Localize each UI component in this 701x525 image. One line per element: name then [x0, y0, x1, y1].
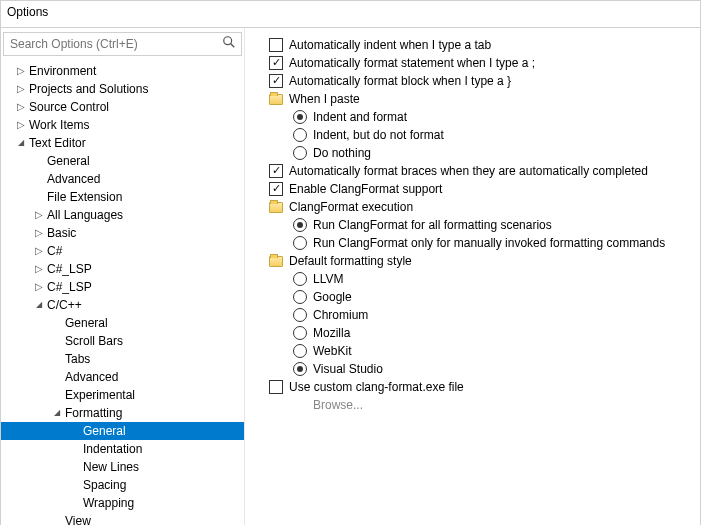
settings-option[interactable]: Automatically format braces when they ar…	[251, 162, 696, 180]
tree-item[interactable]: ▷Projects and Solutions	[1, 80, 244, 98]
chevron-right-icon[interactable]: ▷	[33, 242, 45, 260]
settings-option[interactable]: Enable ClangFormat support	[251, 180, 696, 198]
tree-item[interactable]: ▷C#	[1, 242, 244, 260]
tree-item[interactable]: ▷File Extension	[1, 188, 244, 206]
browse-link[interactable]: Browse...	[251, 396, 696, 414]
tree-item[interactable]: ▷Source Control	[1, 98, 244, 116]
settings-option[interactable]: Google	[251, 288, 696, 306]
tree-item-label: Projects and Solutions	[27, 80, 148, 98]
tree-item[interactable]: ▷Basic	[1, 224, 244, 242]
tree-item[interactable]: ▷General	[1, 422, 244, 440]
checkbox[interactable]	[269, 164, 283, 178]
option-label: Automatically format statement when I ty…	[289, 54, 535, 72]
option-label: When I paste	[289, 90, 360, 108]
radio[interactable]	[293, 146, 307, 160]
settings-option[interactable]: Run ClangFormat for all formatting scena…	[251, 216, 696, 234]
search-input[interactable]	[4, 33, 241, 55]
chevron-right-icon[interactable]: ▷	[15, 62, 27, 80]
chevron-right-icon[interactable]: ▷	[15, 116, 27, 134]
settings-option[interactable]: Chromium	[251, 306, 696, 324]
radio[interactable]	[293, 128, 307, 142]
settings-option[interactable]: Automatically format statement when I ty…	[251, 54, 696, 72]
settings-option[interactable]: Automatically format block when I type a…	[251, 72, 696, 90]
tree-item-label: General	[63, 314, 108, 332]
tree-item[interactable]: ▷View	[1, 512, 244, 525]
tree-item[interactable]: ▷General	[1, 152, 244, 170]
tree-item-label: Basic	[45, 224, 76, 242]
option-label: Chromium	[313, 306, 368, 324]
tree-item-label: Work Items	[27, 116, 89, 134]
tree-item[interactable]: ▷New Lines	[1, 458, 244, 476]
tree-item[interactable]: ▷All Languages	[1, 206, 244, 224]
tree-item[interactable]: ▷Advanced	[1, 170, 244, 188]
tree-item[interactable]: ▷Experimental	[1, 386, 244, 404]
settings-option[interactable]: LLVM	[251, 270, 696, 288]
radio[interactable]	[293, 344, 307, 358]
svg-line-1	[231, 44, 235, 48]
tree-item-label: Source Control	[27, 98, 109, 116]
options-tree[interactable]: ▷Environment▷Projects and Solutions▷Sour…	[1, 60, 244, 525]
checkbox[interactable]	[269, 56, 283, 70]
nav-panel: ▷Environment▷Projects and Solutions▷Sour…	[1, 28, 245, 525]
tree-item[interactable]: ◢Formatting	[1, 404, 244, 422]
checkbox[interactable]	[269, 38, 283, 52]
settings-option[interactable]: Indent, but do not format	[251, 126, 696, 144]
checkbox[interactable]	[269, 74, 283, 88]
settings-option[interactable]: Automatically indent when I type a tab	[251, 36, 696, 54]
tree-item[interactable]: ▷Tabs	[1, 350, 244, 368]
radio[interactable]	[293, 362, 307, 376]
tree-item-label: C/C++	[45, 296, 82, 314]
radio[interactable]	[293, 272, 307, 286]
tree-item[interactable]: ▷Advanced	[1, 368, 244, 386]
settings-option[interactable]: Indent and format	[251, 108, 696, 126]
chevron-down-icon[interactable]: ◢	[33, 296, 45, 314]
settings-panel[interactable]: Automatically indent when I type a tabAu…	[245, 28, 700, 525]
tree-item[interactable]: ▷Wrapping	[1, 494, 244, 512]
search-icon[interactable]	[222, 35, 238, 51]
folder-icon	[269, 202, 283, 213]
settings-option[interactable]: Use custom clang-format.exe file	[251, 378, 696, 396]
radio[interactable]	[293, 236, 307, 250]
tree-item[interactable]: ▷Spacing	[1, 476, 244, 494]
tree-item[interactable]: ▷C#_LSP	[1, 278, 244, 296]
tree-item[interactable]: ▷General	[1, 314, 244, 332]
radio[interactable]	[293, 326, 307, 340]
tree-item[interactable]: ▷Environment	[1, 62, 244, 80]
tree-item[interactable]: ▷Work Items	[1, 116, 244, 134]
checkbox[interactable]	[269, 380, 283, 394]
tree-item[interactable]: ◢C/C++	[1, 296, 244, 314]
chevron-down-icon[interactable]: ◢	[51, 404, 63, 422]
option-label: Use custom clang-format.exe file	[289, 378, 464, 396]
tree-item-label: C#	[45, 242, 62, 260]
option-label: Indent and format	[313, 108, 407, 126]
radio[interactable]	[293, 290, 307, 304]
settings-option[interactable]: Visual Studio	[251, 360, 696, 378]
chevron-right-icon[interactable]: ▷	[33, 260, 45, 278]
tree-item-label: New Lines	[81, 458, 139, 476]
tree-item[interactable]: ▷Scroll Bars	[1, 332, 244, 350]
radio[interactable]	[293, 308, 307, 322]
option-label: Do nothing	[313, 144, 371, 162]
checkbox[interactable]	[269, 182, 283, 196]
radio[interactable]	[293, 110, 307, 124]
settings-option[interactable]: Run ClangFormat only for manually invoke…	[251, 234, 696, 252]
settings-group: Default formatting style	[251, 252, 696, 270]
settings-option[interactable]: WebKit	[251, 342, 696, 360]
tree-item-label: C#_LSP	[45, 260, 92, 278]
chevron-right-icon[interactable]: ▷	[15, 80, 27, 98]
search-box[interactable]	[3, 32, 242, 56]
chevron-down-icon[interactable]: ◢	[15, 134, 27, 152]
radio[interactable]	[293, 218, 307, 232]
chevron-right-icon[interactable]: ▷	[33, 206, 45, 224]
tree-item[interactable]: ▷C#_LSP	[1, 260, 244, 278]
chevron-right-icon[interactable]: ▷	[33, 278, 45, 296]
settings-option[interactable]: Do nothing	[251, 144, 696, 162]
settings-group: When I paste	[251, 90, 696, 108]
settings-option[interactable]: Mozilla	[251, 324, 696, 342]
chevron-right-icon[interactable]: ▷	[15, 98, 27, 116]
tree-item[interactable]: ▷Indentation	[1, 440, 244, 458]
option-label: Automatically format block when I type a…	[289, 72, 511, 90]
tree-item[interactable]: ◢Text Editor	[1, 134, 244, 152]
folder-icon	[269, 256, 283, 267]
chevron-right-icon[interactable]: ▷	[33, 224, 45, 242]
